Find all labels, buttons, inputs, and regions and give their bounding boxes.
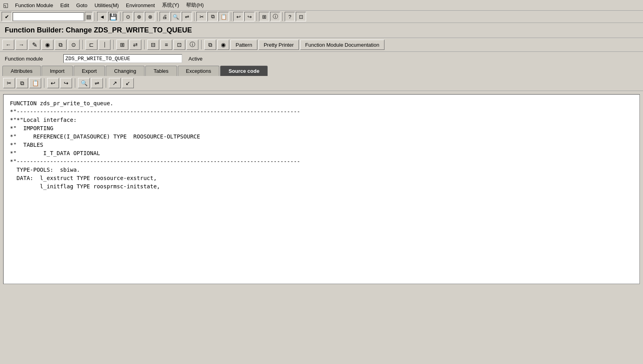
tab-export[interactable]: Export: [74, 66, 105, 76]
window-icon: ◱: [2, 2, 10, 9]
pattern-button[interactable]: Pattern: [230, 40, 257, 50]
import2-btn[interactable]: ↙: [122, 78, 134, 88]
paste2-btn[interactable]: 📋: [29, 78, 41, 88]
export2-btn[interactable]: ↗: [109, 78, 121, 88]
copy3-btn[interactable]: ⧉: [16, 78, 28, 88]
command-input-btn[interactable]: ▤: [85, 12, 93, 21]
secondary-toolbar: ← → ✎ ◉ ⧉ ⊙ ⊏ ⏐ ⊞ ⇄ ⊟ ≡ ⊡ ⓘ ⧉ ◉ Pattern …: [0, 38, 643, 52]
redo-button[interactable]: ↪: [244, 12, 255, 21]
copy2-btn[interactable]: ⧉: [55, 40, 67, 50]
eye-btn[interactable]: ◉: [217, 40, 229, 50]
function-module-row: Function module Active: [0, 52, 643, 65]
stack-btn[interactable]: ⊟: [147, 40, 159, 50]
sep4: [194, 12, 194, 21]
back-btn[interactable]: ←: [2, 40, 14, 50]
undo2-btn[interactable]: ↩: [47, 78, 59, 88]
ssep1: [82, 40, 83, 49]
code-content: FUNCTION zds_pr_write_to_queue. *"------…: [10, 99, 633, 191]
tab-source-code[interactable]: Source code: [220, 66, 268, 76]
menu-function-module[interactable]: Function Module: [12, 2, 56, 9]
sep6: [257, 12, 257, 21]
redo2-btn[interactable]: ↪: [60, 78, 72, 88]
arrows-btn[interactable]: ⇄: [129, 40, 141, 50]
expand-btn[interactable]: ⊡: [173, 40, 185, 50]
csep3: [106, 78, 106, 88]
ssep2: [113, 40, 114, 49]
code-toolbar: ✂ ⧉ 📋 ↩ ↪ 🔍 ⇌ ↗ ↙: [0, 76, 643, 91]
menu-utilities[interactable]: Utilities(M): [91, 2, 122, 9]
stop-button[interactable]: ⊗: [145, 12, 155, 21]
menu-bar: ◱ Function Module Edit Goto Utilities(M)…: [0, 0, 643, 11]
menu-edit[interactable]: Edit: [57, 2, 72, 9]
print-button[interactable]: 🖨: [160, 12, 170, 21]
tab-import[interactable]: Import: [42, 66, 73, 76]
function-module-doc-button[interactable]: Function Module Documentation: [300, 40, 384, 50]
cut2-btn[interactable]: ✂: [3, 78, 15, 88]
menu-system[interactable]: 系统(Y): [159, 1, 182, 9]
left-btn[interactable]: ⊏: [86, 40, 97, 50]
menu-environment[interactable]: Environment: [123, 2, 158, 9]
find-replace-button[interactable]: ⇌: [182, 12, 192, 21]
doc1-btn[interactable]: ⧉: [204, 40, 216, 50]
nav-prev-button[interactable]: ⊙: [123, 12, 133, 21]
sep7: [282, 12, 283, 21]
pipe-btn[interactable]: ⏐: [99, 40, 110, 50]
tab-attributes[interactable]: Attributes: [2, 66, 41, 76]
function-module-label: Function module: [5, 56, 60, 62]
tab-exceptions[interactable]: Exceptions: [178, 66, 220, 76]
circle-btn[interactable]: ◉: [42, 40, 53, 50]
page-title: Function Builder: Change ZDS_PR_WRITE_TO…: [0, 23, 643, 38]
function-module-status: Active: [188, 56, 202, 62]
sep1: [95, 12, 95, 21]
grid2-btn[interactable]: ⊞: [116, 40, 128, 50]
csep1: [44, 78, 44, 88]
sep2: [120, 12, 121, 21]
main-toolbar: ✔ ▤ ◄ 💾 ⊙ ⊕ ⊗ 🖨 🔍 ⇌ ✂ ⧉ 📋 ↩ ↪ ⊞ ⓘ ? ⊡: [0, 11, 643, 23]
tab-tables[interactable]: Tables: [145, 66, 177, 76]
forward-btn[interactable]: →: [15, 40, 27, 50]
nav-back-button[interactable]: ◄: [97, 12, 107, 21]
pretty-printer-button[interactable]: Pretty Printer: [259, 40, 299, 50]
paste-button[interactable]: 📋: [219, 12, 229, 21]
save-button[interactable]: 💾: [108, 12, 118, 21]
nav-next-button[interactable]: ⊕: [134, 12, 144, 21]
list-btn[interactable]: ≡: [160, 40, 172, 50]
check-button[interactable]: ✔: [2, 12, 12, 21]
undo-button[interactable]: ↩: [233, 12, 244, 21]
customize-button[interactable]: ⊡: [296, 12, 306, 21]
copy-button[interactable]: ⧉: [207, 12, 218, 21]
cut-button[interactable]: ✂: [196, 12, 207, 21]
find-button[interactable]: 🔍: [171, 12, 181, 21]
grid-button[interactable]: ⊞: [259, 12, 269, 21]
menu-goto[interactable]: Goto: [73, 2, 91, 9]
find-replace2-btn[interactable]: ⇌: [91, 78, 103, 88]
code-area[interactable]: FUNCTION zds_pr_write_to_queue. *"------…: [3, 94, 640, 284]
info-button[interactable]: ⓘ: [270, 12, 280, 21]
csep2: [75, 78, 75, 88]
menu-help[interactable]: 帮助(H): [183, 1, 207, 9]
tabs-container: Attributes Import Export Changing Tables…: [0, 65, 643, 76]
sep5: [231, 12, 231, 21]
sep3: [157, 12, 158, 21]
info2-btn[interactable]: ⓘ: [186, 40, 198, 50]
command-input[interactable]: [13, 12, 84, 21]
ssep4: [201, 40, 202, 49]
tab-changing[interactable]: Changing: [106, 66, 145, 76]
function-module-input[interactable]: [63, 54, 182, 63]
help-question-button[interactable]: ?: [285, 12, 295, 21]
ssep3: [144, 40, 145, 49]
target-btn[interactable]: ⊙: [68, 40, 80, 50]
pencil-btn[interactable]: ✎: [29, 40, 40, 50]
find2-btn[interactable]: 🔍: [78, 78, 90, 88]
